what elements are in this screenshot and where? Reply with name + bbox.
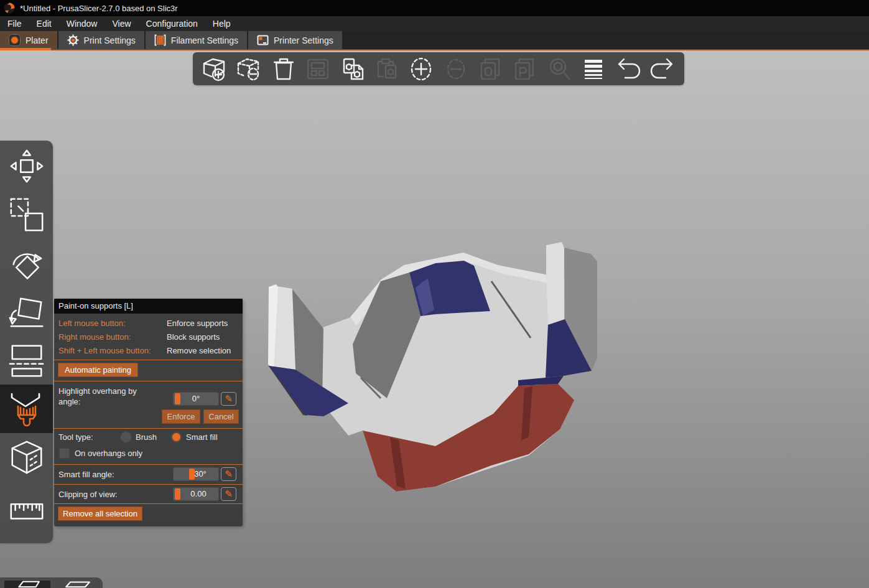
scale-tool-button[interactable] xyxy=(0,190,53,239)
shortcut-right-mouse-action: Block supports xyxy=(167,332,220,342)
prusaslicer-window: *Untitled - PrusaSlicer-2.7.0 based on S… xyxy=(0,0,869,588)
remove-instance-button[interactable] xyxy=(440,54,472,84)
clipping-of-view-value: 0.00 xyxy=(174,488,218,500)
separator xyxy=(54,428,243,429)
tab-filament-settings[interactable]: Filament Settings xyxy=(146,31,247,49)
pencil-icon: ✎ xyxy=(225,488,233,500)
menu-edit[interactable]: Edit xyxy=(29,16,59,31)
object-toolbar xyxy=(193,52,684,85)
title-bar: *Untitled - PrusaSlicer-2.7.0 based on S… xyxy=(0,0,869,16)
window-title: *Untitled - PrusaSlicer-2.7.0 based on S… xyxy=(20,4,178,13)
delete-all-button[interactable] xyxy=(268,54,299,84)
cancel-button[interactable]: Cancel xyxy=(203,409,239,424)
tab-plater-label: Plater xyxy=(26,35,49,45)
tool-type-label: Tool type: xyxy=(58,432,93,442)
arrange-button[interactable] xyxy=(302,54,333,84)
print-settings-gear-icon xyxy=(67,34,79,46)
shortcut-shift-left-mouse-label: Shift + Left mouse button: xyxy=(58,346,151,355)
3d-viewport[interactable]: Paint-on supports [L] Left mouse button:… xyxy=(0,50,869,588)
shortcut-left-mouse-label: Left mouse button: xyxy=(58,319,126,328)
settings-tab-bar: Plater Print Settings xyxy=(0,31,869,49)
model-3d[interactable] xyxy=(258,233,610,492)
paste-button[interactable] xyxy=(371,54,402,84)
shortcut-left-mouse-action: Enforce supports xyxy=(167,319,228,328)
clipping-of-view-slider[interactable]: 0.00 xyxy=(173,487,219,501)
smart-fill-radio-label: Smart fill xyxy=(186,432,218,442)
view-mode-toolbar xyxy=(0,577,103,588)
tab-print-settings-label: Print Settings xyxy=(84,35,136,45)
prusaslicer-logo-icon xyxy=(4,2,15,14)
shortcut-right-mouse-label: Right mouse button: xyxy=(58,332,131,342)
clipping-edit-button[interactable]: ✎ xyxy=(221,487,236,501)
search-button[interactable] xyxy=(544,54,575,84)
highlight-edit-button[interactable]: ✎ xyxy=(221,392,236,406)
panel-title: Paint-on supports [L] xyxy=(54,299,243,314)
menu-bar: File Edit Window View Configuration Help xyxy=(0,16,869,31)
move-tool-button[interactable] xyxy=(0,142,53,190)
measure-tool-button[interactable] xyxy=(0,486,53,534)
tab-printer-settings-label: Printer Settings xyxy=(274,35,333,45)
pencil-icon: ✎ xyxy=(225,469,233,480)
tab-filament-settings-label: Filament Settings xyxy=(171,35,238,45)
preview-button[interactable] xyxy=(55,581,101,588)
seam-painting-tool-button[interactable] xyxy=(0,433,53,482)
variable-layer-height-button[interactable] xyxy=(578,54,609,84)
on-overhangs-only-label: On overhangs only xyxy=(75,449,142,458)
enforce-button[interactable]: Enforce xyxy=(162,409,200,424)
smart-fill-angle-slider[interactable]: 30° xyxy=(173,467,219,481)
place-on-face-tool-button[interactable] xyxy=(0,287,53,336)
delete-model-button[interactable] xyxy=(233,54,264,84)
menu-help[interactable]: Help xyxy=(205,16,238,31)
tab-plater[interactable]: Plater xyxy=(0,31,57,49)
add-model-button[interactable] xyxy=(199,54,230,84)
automatic-painting-button[interactable]: Automatic painting xyxy=(58,363,138,377)
on-overhangs-only-checkbox[interactable] xyxy=(59,448,70,459)
brush-radio-label: Brush xyxy=(136,432,157,442)
preview-icon xyxy=(59,581,96,588)
highlight-overhang-slider[interactable]: 0° xyxy=(173,392,219,406)
rotate-tool-button[interactable] xyxy=(0,239,53,287)
shortcut-shift-left-mouse-action: Remove selection xyxy=(167,346,231,355)
filament-settings-icon xyxy=(154,34,166,46)
copy-button[interactable] xyxy=(337,54,368,84)
pencil-icon: ✎ xyxy=(225,393,233,404)
smart-fill-angle-label: Smart fill angle: xyxy=(58,470,114,479)
separator xyxy=(54,484,243,485)
redo-button[interactable] xyxy=(647,54,678,84)
split-to-parts-button[interactable] xyxy=(509,54,540,84)
tab-print-settings[interactable]: Print Settings xyxy=(58,31,144,49)
separator xyxy=(54,503,243,504)
menu-view[interactable]: View xyxy=(105,16,138,31)
remove-all-selection-button[interactable]: Remove all selection xyxy=(58,506,142,521)
separator xyxy=(54,464,243,465)
smart-fill-angle-value: 30° xyxy=(174,468,218,480)
brush-radio[interactable] xyxy=(120,431,132,443)
3d-editor-view-button[interactable] xyxy=(4,581,50,588)
cut-tool-button[interactable] xyxy=(0,336,53,385)
highlight-overhang-value: 0° xyxy=(174,393,218,405)
split-to-objects-button[interactable] xyxy=(475,54,506,84)
3d-editor-view-icon xyxy=(9,581,46,588)
paint-on-supports-tool-button[interactable] xyxy=(0,385,53,433)
gizmo-toolbar xyxy=(0,141,53,543)
active-tab-underline xyxy=(0,48,51,50)
separator xyxy=(54,360,243,360)
tab-printer-settings[interactable]: Printer Settings xyxy=(248,31,342,49)
undo-button[interactable] xyxy=(613,54,644,84)
menu-window[interactable]: Window xyxy=(59,16,105,31)
paint-on-supports-panel: Paint-on supports [L] Left mouse button:… xyxy=(54,299,243,526)
plater-icon xyxy=(9,34,21,46)
printer-settings-icon xyxy=(257,34,269,46)
smart-fill-radio[interactable] xyxy=(170,431,182,443)
separator xyxy=(54,381,243,381)
add-instance-button[interactable] xyxy=(406,54,437,84)
tabbar-accent-line xyxy=(0,49,869,50)
smart-fill-angle-edit-button[interactable]: ✎ xyxy=(221,467,236,481)
clipping-of-view-label: Clipping of view: xyxy=(58,490,118,499)
highlight-overhang-label: Highlight overhang by angle: xyxy=(58,386,155,407)
menu-configuration[interactable]: Configuration xyxy=(139,16,205,31)
menu-file[interactable]: File xyxy=(0,16,29,31)
